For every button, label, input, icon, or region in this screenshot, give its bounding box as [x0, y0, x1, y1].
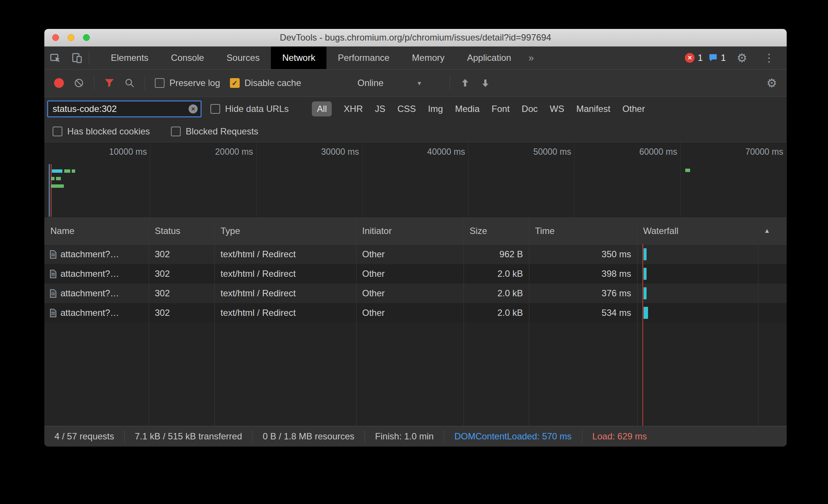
export-har-button[interactable]: [480, 78, 491, 88]
column-divider[interactable]: [356, 218, 357, 426]
chevron-down-icon: ▼: [417, 80, 422, 86]
table-row[interactable]: attachment?… 302 text/html / Redirect Ot…: [44, 303, 787, 323]
request-size: 2.0 kB: [464, 264, 529, 284]
message-count: 1: [721, 53, 726, 63]
resources-summary: 0 B / 1.8 MB resources: [252, 430, 364, 442]
type-filter-css[interactable]: CSS: [397, 104, 416, 114]
status-bar: 4 / 57 requests 7.1 kB / 515 kB transfer…: [44, 426, 787, 447]
tab-performance[interactable]: Performance: [326, 47, 400, 69]
minimize-button[interactable]: [68, 34, 74, 41]
column-header-type[interactable]: Type: [215, 226, 356, 236]
request-size: 2.0 kB: [464, 284, 529, 303]
column-header-time[interactable]: Time: [529, 226, 637, 236]
hide-data-urls-checkbox[interactable]: Hide data URLs: [210, 104, 289, 114]
device-toolbar-icon: [71, 52, 83, 63]
column-header-name[interactable]: Name: [44, 226, 149, 236]
column-header-size[interactable]: Size: [464, 226, 529, 236]
clear-button[interactable]: [74, 78, 84, 88]
type-filter-media[interactable]: Media: [455, 104, 479, 114]
table-row[interactable]: attachment?… 302 text/html / Redirect Ot…: [44, 244, 787, 264]
request-size: 962 B: [464, 244, 529, 264]
request-name: attachment?…: [60, 269, 119, 279]
throttling-value: Online: [357, 78, 383, 88]
clear-filter-icon[interactable]: ✕: [189, 104, 198, 113]
type-filter-manifest[interactable]: Manifest: [576, 104, 610, 114]
request-time: 534 ms: [529, 303, 637, 323]
zoom-button[interactable]: [83, 34, 90, 41]
settings-button[interactable]: ⚙: [731, 51, 753, 65]
device-toolbar-button[interactable]: [66, 47, 88, 69]
type-filter-other[interactable]: Other: [623, 104, 645, 114]
tab-elements[interactable]: Elements: [100, 47, 160, 69]
import-har-button[interactable]: [460, 78, 470, 88]
titlebar: DevTools - bugs.chromium.org/p/chromium/…: [44, 29, 787, 47]
error-badge[interactable]: ✕ 1: [685, 53, 703, 63]
column-divider[interactable]: [149, 218, 149, 426]
has-blocked-cookies-checkbox[interactable]: Has blocked cookies: [53, 126, 150, 137]
close-button[interactable]: [52, 34, 59, 41]
more-tabs-button[interactable]: »: [523, 47, 540, 69]
type-filter-font[interactable]: Font: [492, 104, 510, 114]
table-row[interactable]: attachment?… 302 text/html / Redirect Ot…: [44, 284, 787, 303]
type-filter-all[interactable]: All: [312, 101, 332, 116]
filter-input-wrap: ✕: [47, 101, 201, 117]
network-filter-input[interactable]: [47, 101, 201, 117]
timeline-segment: 60000 ms: [574, 142, 680, 217]
tab-console[interactable]: Console: [160, 47, 215, 69]
timeline-label: 50000 ms: [533, 147, 571, 157]
tab-sources[interactable]: Sources: [215, 47, 271, 69]
column-divider[interactable]: [215, 218, 215, 426]
throttling-select[interactable]: Online ▼: [357, 78, 422, 88]
network-filter-bar: ✕ Hide data URLs All XHR JS CSS Img Medi…: [44, 97, 787, 121]
column-header-status[interactable]: Status: [149, 226, 215, 236]
type-filter-img[interactable]: Img: [428, 104, 443, 114]
type-filter-ws[interactable]: WS: [550, 104, 564, 114]
load-summary: Load: 629 ms: [582, 430, 657, 442]
tab-memory[interactable]: Memory: [401, 47, 456, 69]
record-button[interactable]: [54, 78, 64, 88]
overview-load-line: [51, 164, 51, 217]
checkbox-unchecked-icon: [210, 104, 220, 114]
timeline-label: 40000 ms: [427, 147, 465, 157]
request-size: 2.0 kB: [464, 303, 529, 323]
waterfall-bar: [644, 248, 647, 260]
filter-toggle-button[interactable]: [104, 78, 115, 88]
column-divider[interactable]: [464, 218, 464, 426]
column-header-waterfall[interactable]: Waterfall ▲: [637, 226, 787, 236]
type-filter-js[interactable]: JS: [375, 104, 385, 114]
checkbox-unchecked-icon: [171, 127, 181, 136]
timeline-overview[interactable]: 10000 ms 20000 ms 30000 ms 40000 ms 5000…: [44, 142, 787, 218]
requests-summary: 4 / 57 requests: [44, 430, 124, 442]
tab-network[interactable]: Network: [271, 47, 326, 69]
main-menu-button[interactable]: ⋮: [758, 51, 780, 64]
overview-resource-bar: [56, 177, 61, 180]
request-status: 302: [149, 303, 215, 323]
column-divider[interactable]: [529, 218, 529, 426]
table-row[interactable]: attachment?… 302 text/html / Redirect Ot…: [44, 264, 787, 284]
waterfall-bar: [644, 307, 648, 319]
waterfall-cell: [637, 244, 787, 264]
request-type: text/html / Redirect: [215, 264, 356, 284]
inspect-element-button[interactable]: [44, 47, 66, 69]
search-button[interactable]: [124, 78, 135, 88]
error-icon: ✕: [685, 53, 695, 63]
blocked-requests-checkbox[interactable]: Blocked Requests: [171, 126, 258, 137]
column-divider[interactable]: [637, 218, 638, 426]
table-header: Name Status Type Initiator Size Time Wat…: [44, 218, 787, 244]
preserve-log-checkbox[interactable]: Preserve log: [155, 78, 220, 88]
network-settings-gear-icon[interactable]: ⚙: [766, 76, 777, 90]
error-count: 1: [698, 53, 703, 63]
timeline-label: 70000 ms: [745, 147, 783, 157]
waterfall-bar: [644, 287, 647, 299]
request-status: 302: [149, 244, 215, 264]
waterfall-bar: [644, 268, 647, 280]
issues-badge[interactable]: 1: [708, 53, 726, 63]
overview-resource-bar: [51, 184, 64, 188]
disable-cache-checkbox[interactable]: ✓ Disable cache: [230, 78, 301, 88]
type-filter-doc[interactable]: Doc: [522, 104, 538, 114]
timeline-segment: 40000 ms: [363, 142, 468, 217]
resource-type-filters: All XHR JS CSS Img Media Font Doc WS Man…: [312, 101, 645, 116]
tab-application[interactable]: Application: [456, 47, 522, 69]
column-header-initiator[interactable]: Initiator: [356, 226, 464, 236]
type-filter-xhr[interactable]: XHR: [344, 104, 363, 114]
